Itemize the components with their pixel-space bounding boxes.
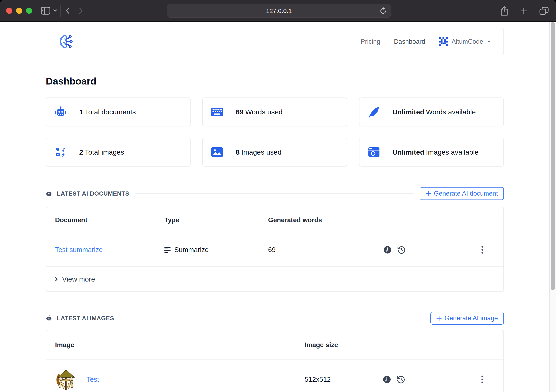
col-document: Document <box>55 216 164 224</box>
share-icon[interactable] <box>500 6 508 16</box>
stat-text: 8Images used <box>236 148 281 156</box>
align-left-icon <box>164 247 170 253</box>
browser-chrome: 127.0.0.1 <box>0 0 556 22</box>
account-menu[interactable]: AltumCode <box>439 37 491 46</box>
documents-section-title: LATEST AI DOCUMENTS <box>57 190 129 197</box>
address-bar[interactable]: 127.0.0.1 <box>167 4 391 18</box>
image-size: 512x512 <box>305 376 383 383</box>
fullscreen-window-button[interactable] <box>26 8 32 14</box>
images-section-title: LATEST AI IMAGES <box>57 315 114 322</box>
col-image: Image <box>55 341 305 349</box>
clock-icon <box>384 246 391 254</box>
stat-card-words-available: UnlimitedWords available <box>359 98 504 126</box>
stat-card-words-used: 69Words used <box>202 98 347 126</box>
browser-window: 127.0.0.1 <box>0 0 556 392</box>
history-icon <box>396 375 405 384</box>
col-type: Type <box>164 216 268 224</box>
view-more-documents[interactable]: View more <box>46 267 503 291</box>
generated-image-thumbnail[interactable] <box>55 369 77 391</box>
stat-text: 2Total images <box>79 148 124 156</box>
icons-collage-icon <box>54 147 67 158</box>
forward-button[interactable] <box>79 8 83 14</box>
stat-text: 69Words used <box>236 108 283 116</box>
documents-table: Document Type Generated words Test summa… <box>46 207 504 292</box>
scrollbar-thumb[interactable] <box>551 22 555 290</box>
kebab-menu-icon[interactable] <box>479 245 485 255</box>
section-divider <box>135 193 414 194</box>
plus-icon <box>436 316 442 321</box>
sidebar-toggle-icon[interactable] <box>41 7 50 15</box>
quill-icon <box>367 106 380 117</box>
stat-text: UnlimitedImages available <box>393 148 479 156</box>
avatar <box>439 37 448 46</box>
scrollbar-track[interactable] <box>549 22 556 392</box>
images-table: Image Image size <box>46 330 504 392</box>
chevron-down-icon[interactable] <box>53 9 57 12</box>
robot-icon <box>46 190 52 197</box>
kebab-menu-icon[interactable] <box>479 374 485 384</box>
page-viewport: Pricing Dashboard <box>0 22 556 392</box>
stat-text: 1Total documents <box>79 108 136 116</box>
reload-icon[interactable] <box>379 7 387 15</box>
section-divider <box>119 318 425 318</box>
url-text: 127.0.0.1 <box>266 8 292 15</box>
col-generated-words: Generated words <box>268 216 384 224</box>
site-header: Pricing Dashboard <box>46 28 504 55</box>
tab-overview-icon[interactable] <box>540 7 548 15</box>
stat-text: UnlimitedWords available <box>393 108 476 116</box>
generate-ai-document-button[interactable]: Generate AI document <box>420 187 504 200</box>
robot-icon <box>46 315 52 321</box>
document-type: Summarize <box>174 246 209 254</box>
document-link[interactable]: Test summarize <box>55 246 164 254</box>
main-nav: Pricing Dashboard <box>361 37 491 46</box>
history-icon <box>397 246 406 254</box>
brand-logo-brain-circuit-icon[interactable] <box>59 34 74 49</box>
window-controls <box>6 8 32 14</box>
images-table-header: Image Image size <box>46 330 503 360</box>
image-link[interactable]: Test <box>87 376 99 383</box>
nav-pricing[interactable]: Pricing <box>361 38 380 45</box>
stats-grid: 1Total documents 69Words us <box>46 98 504 166</box>
document-row: Test summarize Summarize 69 <box>46 233 503 267</box>
account-name: AltumCode <box>452 38 483 45</box>
minimize-window-button[interactable] <box>16 8 22 14</box>
stat-card-images-used: 8Images used <box>202 138 347 166</box>
generate-ai-image-button[interactable]: Generate AI image <box>430 312 504 324</box>
clock-icon <box>383 376 391 383</box>
images-section-header: LATEST AI IMAGES Generate AI image <box>46 312 504 324</box>
close-window-button[interactable] <box>6 8 12 14</box>
nav-dashboard[interactable]: Dashboard <box>394 38 425 45</box>
caret-down-icon <box>487 40 491 44</box>
page-title: Dashboard <box>46 75 504 87</box>
back-button[interactable] <box>66 8 70 14</box>
new-tab-icon[interactable] <box>520 7 527 15</box>
chrome-divider <box>60 5 61 17</box>
image-icon <box>211 147 224 157</box>
documents-section-header: LATEST AI DOCUMENTS Generate AI document <box>46 187 504 200</box>
stat-card-total-images: 2Total images <box>46 138 191 166</box>
document-generated-words: 69 <box>268 246 384 254</box>
col-image-size: Image size <box>305 341 383 349</box>
camera-retro-icon <box>367 147 380 157</box>
image-row: Test 512x512 <box>46 360 503 392</box>
stat-card-total-documents: 1Total documents <box>46 98 191 126</box>
chevron-right-icon <box>55 277 58 281</box>
plus-icon <box>426 191 431 196</box>
documents-table-header: Document Type Generated words <box>46 207 503 233</box>
stat-card-images-available: UnlimitedImages available <box>359 138 504 166</box>
keyboard-icon <box>211 108 224 116</box>
robot-icon <box>54 106 67 117</box>
